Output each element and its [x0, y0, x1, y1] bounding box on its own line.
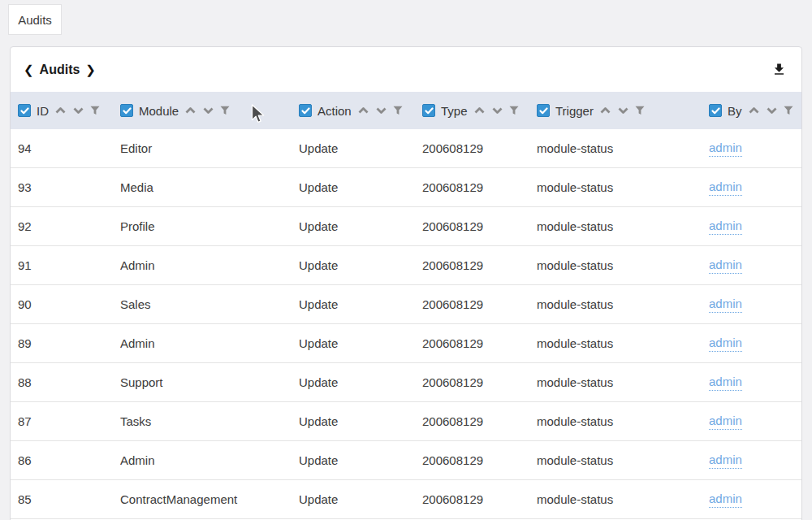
chevron-up-icon[interactable]	[599, 106, 611, 115]
funnel-icon[interactable]	[90, 106, 100, 115]
column-checkbox[interactable]	[537, 104, 550, 117]
cell-trigger: module-status	[537, 180, 709, 194]
chevron-down-icon[interactable]	[491, 106, 503, 115]
chevron-down-icon[interactable]	[617, 106, 629, 115]
table-row[interactable]: 94 Editor Update 200608129 module-status…	[11, 129, 801, 168]
cell-module: Editor	[120, 141, 299, 155]
card-title-group: ❮ Audits ❯	[24, 63, 96, 77]
card-header: ❮ Audits ❯	[11, 47, 801, 92]
cell-id: 92	[18, 219, 120, 233]
cell-action: Update	[299, 258, 422, 272]
cell-trigger: module-status	[537, 141, 709, 155]
cell-action: Update	[299, 414, 422, 428]
cell-id: 93	[18, 180, 120, 194]
chevron-right-icon[interactable]: ❯	[85, 63, 96, 76]
funnel-icon[interactable]	[635, 106, 645, 115]
download-button[interactable]	[768, 59, 789, 80]
table-row[interactable]: 89 Admin Update 200608129 module-status …	[11, 324, 801, 363]
cell-by: admin	[709, 336, 801, 352]
column-label[interactable]: ID	[37, 104, 49, 118]
table-row[interactable]: 88 Support Update 200608129 module-statu…	[11, 363, 801, 402]
cell-module: Support	[120, 375, 299, 389]
cell-by: admin	[709, 180, 801, 196]
column-checkbox[interactable]	[18, 104, 31, 117]
column-label[interactable]: Trigger	[555, 104, 594, 118]
cell-type: 200608129	[422, 141, 537, 155]
column-checkbox[interactable]	[422, 104, 435, 117]
chevron-up-icon[interactable]	[54, 106, 67, 115]
cell-type: 200608129	[422, 492, 537, 506]
cell-trigger: module-status	[537, 219, 709, 233]
by-user-link[interactable]: admin	[709, 297, 742, 313]
chevron-up-icon[interactable]	[473, 106, 486, 115]
cell-module: Admin	[120, 453, 299, 467]
funnel-icon[interactable]	[393, 106, 403, 115]
column-checkbox[interactable]	[709, 104, 722, 117]
tab-audits[interactable]: Audits	[8, 4, 62, 35]
cell-id: 88	[18, 375, 120, 389]
column-header-type: Type	[422, 104, 537, 118]
cell-by: admin	[709, 297, 801, 313]
chevron-down-icon[interactable]	[72, 106, 84, 115]
table-header-row: ID Module Action	[11, 92, 801, 129]
column-checkbox[interactable]	[120, 104, 133, 117]
cell-by: admin	[709, 414, 801, 430]
cell-by: admin	[709, 492, 801, 508]
table-row[interactable]: 92 Profile Update 200608129 module-statu…	[11, 207, 801, 246]
chevron-up-icon[interactable]	[748, 106, 760, 115]
chevron-up-icon[interactable]	[184, 106, 197, 115]
by-user-link[interactable]: admin	[709, 336, 742, 352]
by-user-link[interactable]: admin	[709, 375, 742, 391]
cell-module: Media	[120, 180, 299, 194]
column-label[interactable]: Module	[139, 104, 179, 118]
cell-by: admin	[709, 258, 801, 274]
cell-action: Update	[299, 141, 422, 155]
cell-by: admin	[709, 375, 801, 391]
table-row[interactable]: 90 Sales Update 200608129 module-status …	[11, 285, 801, 324]
table-row[interactable]: 85 ContractManagement Update 200608129 m…	[11, 480, 801, 519]
chevron-down-icon[interactable]	[766, 106, 778, 115]
by-user-link[interactable]: admin	[709, 219, 742, 235]
column-label[interactable]: Type	[441, 104, 468, 118]
table-row[interactable]: 86 Admin Update 200608129 module-status …	[11, 441, 801, 480]
cell-trigger: module-status	[537, 492, 709, 506]
cell-id: 94	[18, 141, 120, 155]
by-user-link[interactable]: admin	[709, 258, 742, 274]
chevron-up-icon[interactable]	[357, 106, 369, 115]
cell-action: Update	[299, 180, 422, 194]
tab-audits-label: Audits	[18, 13, 52, 27]
cell-module: ContractManagement	[120, 492, 299, 506]
table-row[interactable]: 93 Media Update 200608129 module-status …	[11, 168, 801, 207]
column-header-by: By	[709, 104, 801, 118]
cell-trigger: module-status	[537, 336, 709, 350]
chevron-left-icon[interactable]: ❮	[24, 63, 34, 76]
by-user-link[interactable]: admin	[709, 453, 742, 469]
by-user-link[interactable]: admin	[709, 414, 742, 430]
cell-type: 200608129	[422, 414, 537, 428]
column-label[interactable]: Action	[317, 104, 352, 118]
by-user-link[interactable]: admin	[709, 492, 742, 508]
column-label[interactable]: By	[728, 104, 742, 118]
by-user-link[interactable]: admin	[709, 180, 742, 196]
chevron-down-icon[interactable]	[202, 106, 214, 115]
cell-action: Update	[299, 375, 422, 389]
funnel-icon[interactable]	[220, 106, 230, 115]
cell-id: 91	[18, 258, 120, 272]
cell-by: admin	[709, 141, 801, 157]
chevron-down-icon[interactable]	[375, 106, 387, 115]
file-download-icon	[771, 62, 787, 77]
funnel-icon[interactable]	[509, 106, 519, 115]
cell-module: Admin	[120, 336, 299, 350]
cell-trigger: module-status	[537, 375, 709, 389]
by-user-link[interactable]: admin	[709, 141, 742, 157]
cell-type: 200608129	[422, 375, 537, 389]
table-row[interactable]: 87 Tasks Update 200608129 module-status …	[11, 402, 801, 441]
cell-type: 200608129	[422, 336, 537, 350]
cell-type: 200608129	[422, 258, 537, 272]
funnel-icon[interactable]	[784, 106, 793, 115]
column-checkbox[interactable]	[299, 104, 312, 117]
cell-action: Update	[299, 219, 422, 233]
cell-trigger: module-status	[537, 258, 709, 272]
cell-by: admin	[709, 219, 801, 235]
table-row[interactable]: 91 Admin Update 200608129 module-status …	[11, 246, 801, 285]
